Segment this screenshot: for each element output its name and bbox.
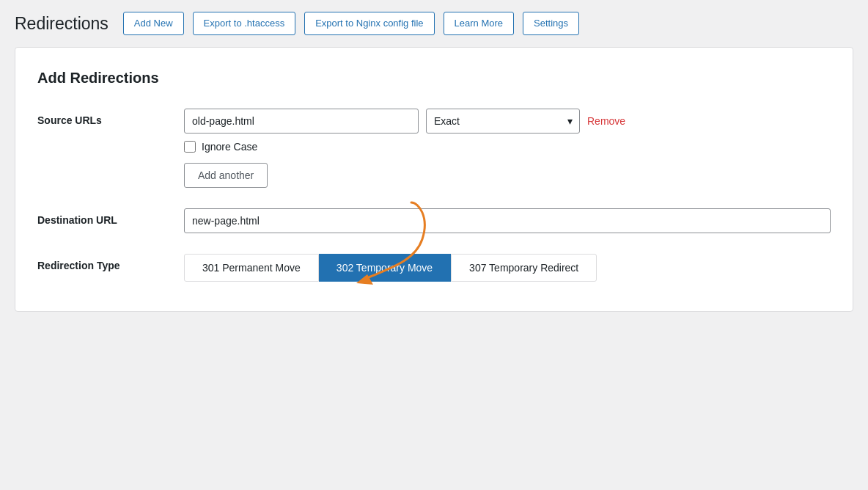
destination-url-controls bbox=[184, 208, 831, 233]
redirect-type-302-button[interactable]: 302 Temporary Move bbox=[319, 254, 451, 282]
export-htaccess-button[interactable]: Export to .htaccess bbox=[193, 12, 296, 35]
source-url-input[interactable] bbox=[184, 109, 419, 134]
match-select-wrapper: Exact Regex Contains bbox=[426, 109, 580, 134]
settings-button[interactable]: Settings bbox=[523, 12, 579, 35]
learn-more-button[interactable]: Learn More bbox=[444, 12, 514, 35]
source-urls-controls: Exact Regex Contains Remove Ignore Case … bbox=[184, 109, 831, 188]
ignore-case-checkbox[interactable] bbox=[184, 141, 196, 153]
redirection-type-controls: 301 Permanent Move 302 Temporary Move 30… bbox=[184, 254, 831, 282]
page-title: Redirections bbox=[15, 14, 108, 34]
redirection-type-row: Redirection Type 301 Permanent Move 302 … bbox=[37, 254, 831, 282]
match-type-select[interactable]: Exact Regex Contains bbox=[426, 109, 580, 134]
page-header: Redirections Add New Export to .htaccess… bbox=[0, 0, 868, 47]
redirect-type-button-group: 301 Permanent Move 302 Temporary Move 30… bbox=[184, 254, 831, 282]
destination-url-row: Destination URL bbox=[37, 208, 831, 233]
export-nginx-button[interactable]: Export to Nginx config file bbox=[304, 12, 434, 35]
redirection-type-label: Redirection Type bbox=[37, 254, 184, 282]
destination-url-label: Destination URL bbox=[37, 208, 184, 233]
remove-button[interactable]: Remove bbox=[587, 112, 625, 130]
add-redirections-card: Add Redirections Source URLs Exact Regex… bbox=[15, 47, 853, 312]
source-urls-label: Source URLs bbox=[37, 109, 184, 188]
redirect-type-301-button[interactable]: 301 Permanent Move bbox=[184, 254, 319, 282]
source-url-input-row: Exact Regex Contains Remove bbox=[184, 109, 831, 134]
source-urls-row: Source URLs Exact Regex Contains Remove … bbox=[37, 109, 831, 188]
destination-url-input[interactable] bbox=[184, 208, 831, 233]
ignore-case-row: Ignore Case bbox=[184, 141, 831, 153]
card-title: Add Redirections bbox=[37, 70, 831, 87]
redirect-type-307-button[interactable]: 307 Temporary Redirect bbox=[451, 254, 597, 282]
add-new-button[interactable]: Add New bbox=[123, 12, 184, 35]
add-another-button[interactable]: Add another bbox=[184, 163, 268, 188]
ignore-case-label[interactable]: Ignore Case bbox=[202, 141, 257, 153]
